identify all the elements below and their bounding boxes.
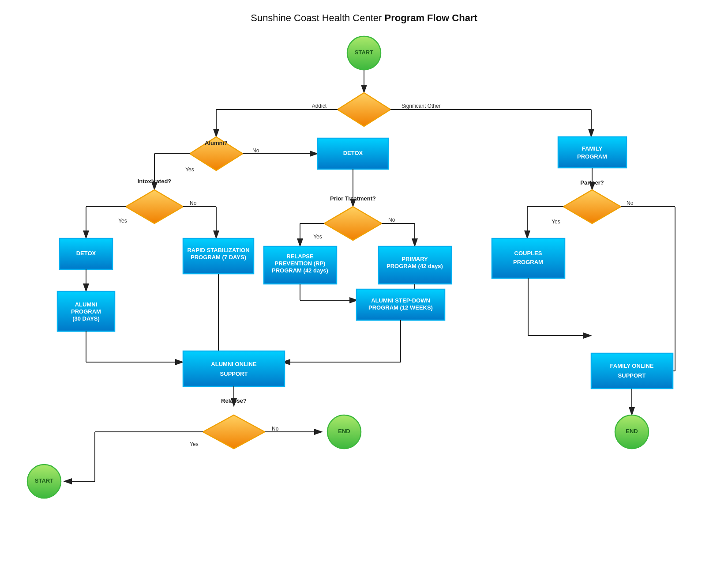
label-alumni-q: Alumni?: [205, 140, 228, 146]
alumni-program-line3: (30 DAYS): [72, 315, 100, 322]
fos-line2: SUPPORT: [618, 372, 646, 379]
cp-line1: COUPLES: [514, 250, 542, 257]
page-title: Sunshine Coast Health Center Program Flo…: [251, 12, 477, 23]
fp-line1: FAMILY: [582, 145, 603, 152]
label-intox-q: Intoxicated?: [138, 178, 172, 185]
pp-line1: PRIMARY: [402, 256, 428, 262]
label-prior-q: Prior Treatment?: [330, 195, 376, 202]
label-prior-yes: Yes: [313, 234, 322, 240]
detox-label-left: DETOX: [76, 250, 96, 257]
label-partner-yes: Yes: [552, 219, 560, 225]
asd-line1: ALUMNI STEP-DOWN: [371, 297, 430, 304]
start-label: START: [355, 49, 373, 56]
rp-line1: RELAPSE: [286, 253, 314, 260]
diamond-addict: [338, 93, 390, 126]
label-intox-yes: Yes: [118, 218, 127, 224]
label-relapse-q: Relapse?: [221, 397, 247, 404]
diamond-partner: [563, 190, 621, 223]
diamond-intox: [126, 190, 183, 223]
label-addict: Addict: [312, 103, 327, 109]
fp-line2: PROGRAM: [577, 153, 607, 160]
alumni-program-line1: ALUMNI: [75, 301, 98, 308]
alumni-online-box: [183, 351, 285, 386]
rapid-stab-line2: PROGRAM (7 DAYS): [191, 254, 246, 261]
rapid-stab-line1: RAPID STABILIZATION: [187, 247, 249, 253]
diamond-relapse: [203, 415, 265, 449]
aos-line2: SUPPORT: [220, 370, 248, 377]
label-partner-no: No: [627, 200, 634, 206]
family-online-box: [591, 353, 673, 389]
label-intox-no: No: [190, 200, 197, 206]
aos-line1: ALUMNI ONLINE: [211, 361, 257, 367]
label-prior-no: No: [388, 217, 395, 223]
label-alumni-yes: Yes: [185, 166, 194, 173]
label-relapse-yes: Yes: [190, 441, 199, 447]
rp-line3: PROGRAM (42 days): [272, 267, 328, 274]
label-relapse-no: No: [272, 426, 279, 432]
diamond-prior: [324, 207, 382, 240]
asd-line2: PROGRAM (12 WEEKS): [368, 304, 433, 311]
start-bottom-label: START: [35, 477, 53, 484]
detox-label-main: DETOX: [343, 150, 363, 156]
rp-line2: PREVENTION (RP): [275, 260, 326, 267]
end-center-label: END: [338, 428, 350, 435]
cp-line2: PROGRAM: [513, 259, 543, 265]
alumni-program-line2: PROGRAM: [71, 308, 101, 315]
fos-line1: FAMILY ONLINE: [610, 363, 654, 369]
family-prog-box: [558, 137, 627, 168]
label-alumni-no: No: [252, 147, 259, 154]
couples-prog-box: [492, 238, 565, 278]
label-sig-other: Significant Other: [402, 103, 441, 109]
pp-line2: PROGRAM (42 days): [387, 263, 443, 269]
end-right-label: END: [626, 428, 638, 435]
label-partner-q: Partner?: [580, 179, 604, 186]
